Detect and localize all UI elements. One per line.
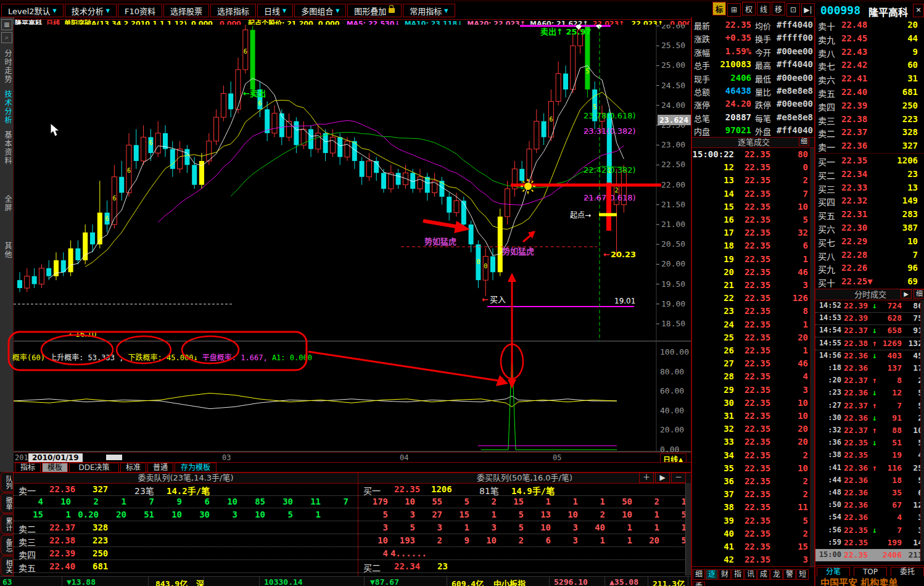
fs-row: :1822.3613717: [815, 362, 924, 374]
menu-item-选择指标[interactable]: 选择指标: [210, 4, 256, 17]
tab-普通[interactable]: 普通: [147, 463, 173, 472]
mini-tab-龙[interactable]: 龙: [770, 569, 783, 580]
tab-分笔[interactable]: 分笔: [817, 567, 850, 576]
queue-btn-2[interactable]: －: [671, 473, 686, 483]
queue-row: 卖五22.40681: [14, 560, 358, 573]
svg-text:6: 6: [112, 195, 116, 202]
mini-tab-逐[interactable]: 逐: [706, 569, 718, 580]
menu-item-Level2默认[interactable]: Level2默认▼: [1, 4, 64, 17]
tool-icon-标[interactable]: 标: [712, 2, 726, 15]
tool-icon-移[interactable]: 移: [772, 2, 785, 15]
info-row: 总手210083最高#ff4040: [692, 58, 815, 71]
tab-标准[interactable]: 标准: [120, 463, 146, 472]
queue-btn-1[interactable]: ▶: [655, 473, 670, 483]
menu-item-选择股票[interactable]: 选择股票: [163, 4, 209, 17]
tab-指标[interactable]: 指标: [15, 463, 41, 472]
chart-annotation: 势如猛虎: [424, 237, 456, 246]
menu-item-多图组合[interactable]: 多图组合▼: [294, 4, 346, 17]
menu-item-常用指标[interactable]: 常用指标▼: [403, 4, 455, 17]
mini-tab-短[interactable]: 短: [796, 569, 809, 580]
fs-row: :3022.36↓912: [815, 412, 924, 424]
fs-scrollbar[interactable]: [920, 300, 924, 561]
level-row: 卖三22.38223: [815, 113, 924, 126]
status-item: 211.3亿: [653, 577, 685, 586]
svg-text:6: 6: [149, 139, 152, 146]
queue-tab-累计[interactable]: 累计: [1, 514, 14, 534]
x-axis[interactable]: 2010/02010/01/19030405日线▲: [14, 452, 691, 463]
fs-row: 14:5422.37↓65891: [815, 324, 924, 337]
v-scrollbar[interactable]: [685, 483, 691, 576]
fs-row: 14:5322.3962875: [815, 312, 924, 325]
tool-icon-线[interactable]: 线: [757, 2, 770, 15]
svg-text:20.00: 20.00: [661, 259, 685, 268]
mini-tab-细[interactable]: 细: [693, 569, 705, 580]
menu-item-日线[interactable]: 日线▼: [257, 4, 293, 17]
chart-annotation: ←卖出: [243, 89, 266, 98]
x-axis-label: 03: [222, 453, 231, 462]
status-item: 5296.10: [554, 577, 588, 586]
queue-tab-相关[interactable]: 相关: [1, 556, 14, 576]
close-icon[interactable]: ✕: [913, 4, 924, 17]
status-item: 中小板指: [493, 577, 526, 586]
queue-row: 卖三22.38223: [14, 534, 358, 547]
date-selected-box[interactable]: 2010/01/19: [28, 453, 83, 462]
candlestick-chart[interactable]: 26.0025.5025.0024.5024.0023.5023.0022.50…: [0, 25, 692, 452]
tool-icon-⊡[interactable]: ⊡: [786, 3, 800, 17]
tool-icon-▶|[interactable]: ▶|: [801, 3, 815, 17]
level-row: 卖六22.4131: [815, 72, 924, 85]
queue-row: 44......: [358, 547, 691, 560]
tool-icon-权[interactable]: 权: [742, 2, 756, 15]
fs-next-button[interactable]: ▶: [901, 289, 912, 299]
order-book-panel: 卖十22.4820卖九22.4544卖八22.439卖七22.4260卖六22.…: [814, 17, 924, 586]
queue-row: 买二22.3423: [358, 560, 691, 573]
mini-tab-财[interactable]: 财: [719, 569, 731, 580]
svg-text:20.50: 20.50: [661, 239, 685, 249]
menu-item-技术分析[interactable]: 技术分析▼: [65, 4, 117, 17]
tick-row: 2822.354: [692, 370, 815, 383]
tick-row: 3922.355: [692, 514, 815, 527]
fs-more-button[interactable]: 细: [914, 289, 924, 299]
level-row: 买六22.30387: [815, 221, 924, 234]
level-row: 卖七22.4260: [815, 59, 924, 72]
tab-模板[interactable]: 模板: [42, 463, 68, 472]
tab-TOP[interactable]: TOP: [854, 567, 887, 576]
mini-tab-指[interactable]: 指: [732, 569, 744, 580]
tick-row: 3622.352: [692, 475, 815, 488]
queue-btn-0[interactable]: ＋: [639, 473, 654, 483]
h-scrollbar[interactable]: [106, 455, 122, 460]
stock-code: 000998: [820, 4, 860, 17]
mini-tab-委[interactable]: 委: [693, 582, 705, 586]
tab-存为模板[interactable]: 存为模板: [175, 463, 217, 472]
queue-tab-队列[interactable]: 队列: [1, 472, 14, 492]
queue-row: 179105552151115021: [358, 495, 691, 508]
svg-text:6: 6: [69, 258, 73, 265]
tab-DDE决策[interactable]: DDE决策: [69, 463, 119, 472]
fs-row: :3222.37↑8810: [815, 424, 924, 437]
tick-more-button[interactable]: 细: [799, 137, 809, 146]
mini-tab-成[interactable]: 成: [757, 569, 770, 580]
queue-row: 卖二22.37328: [14, 521, 358, 534]
tab-委托[interactable]: 委托: [891, 567, 924, 576]
mini-tab-讯[interactable]: 讯: [745, 569, 757, 580]
status-item: 843.9亿: [155, 577, 188, 586]
menu-item-label: F10资料: [125, 5, 155, 17]
menu-item-label: 多图组合: [301, 5, 333, 17]
menu-item-图形叠加[interactable]: 图形叠加: [347, 4, 402, 17]
tool-icon-⊞[interactable]: ⊞: [727, 3, 741, 17]
menu-item-label: 技术分析: [72, 5, 104, 17]
menu-item-F10资料[interactable]: F10资料: [118, 4, 162, 17]
down-arrow-icon: ↓: [872, 351, 877, 360]
svg-text:60.00: 60.00: [660, 386, 684, 395]
mini-tab-警[interactable]: 警: [783, 569, 796, 580]
fs-row: 14:5522.38↑1269132: [815, 337, 924, 350]
level-row: 卖四22.39250: [815, 99, 924, 112]
svg-text:21.00: 21.00: [661, 220, 685, 229]
status-item: 63: [2, 577, 12, 586]
queue-tab-撤单[interactable]: 撤单: [1, 493, 14, 513]
status-item: ▲35.08: [609, 577, 638, 586]
x-axis-label: 05: [553, 453, 561, 462]
level-row: 卖二22.37328: [815, 126, 924, 139]
svg-text:18.50: 18.50: [661, 319, 685, 328]
queue-tab-备忘[interactable]: 备忘: [1, 535, 14, 555]
level-row: 卖十22.4820: [815, 19, 924, 31]
